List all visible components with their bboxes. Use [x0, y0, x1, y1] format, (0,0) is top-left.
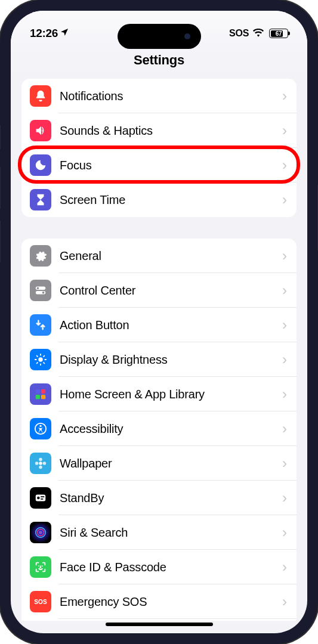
battery-indicator: 67	[268, 29, 288, 38]
row-notifications[interactable]: Notifications›	[21, 79, 297, 113]
row-label: Sounds & Haptics	[60, 124, 279, 138]
status-time: 12:26	[30, 27, 58, 40]
row-label: General	[60, 249, 279, 263]
volume-up-button	[0, 167, 1, 209]
hourglass-icon	[30, 189, 51, 210]
row-faceid[interactable]: Face ID & Passcode›	[21, 550, 297, 584]
svg-rect-6	[41, 389, 45, 394]
chevron-right-icon: ›	[282, 122, 287, 139]
row-focus[interactable]: Focus›	[21, 148, 297, 182]
sostext-icon: SOS	[30, 591, 51, 612]
faceid-icon	[30, 556, 51, 578]
row-label: Focus	[60, 159, 279, 172]
row-general[interactable]: General›	[21, 239, 297, 273]
settings-list[interactable]: Notifications›Sounds & Haptics›Focus›Scr…	[11, 79, 307, 621]
gear-icon	[30, 245, 51, 267]
chevron-right-icon: ›	[282, 593, 287, 610]
chevron-right-icon: ›	[282, 88, 287, 104]
svg-point-13	[39, 466, 42, 469]
sos-indicator: SOS	[229, 28, 249, 39]
siri-icon	[30, 522, 51, 543]
row-label: Display & Brightness	[60, 353, 279, 367]
row-label: Wallpaper	[60, 457, 279, 470]
row-display[interactable]: Display & Brightness›	[21, 342, 297, 377]
row-exposure[interactable]: Exposure Notifications›	[21, 619, 297, 621]
accessibility-icon	[30, 418, 51, 439]
svg-point-22	[39, 531, 42, 534]
chevron-right-icon: ›	[282, 317, 287, 333]
sun-icon	[30, 349, 51, 370]
location-icon	[60, 27, 69, 40]
volume-down-button	[0, 221, 1, 262]
svg-text:SOS: SOS	[34, 599, 47, 605]
chevron-right-icon: ›	[282, 157, 287, 174]
status-left: 12:26	[30, 27, 69, 40]
row-accessibility[interactable]: Accessibility›	[21, 411, 297, 446]
svg-point-24	[42, 565, 43, 566]
settings-group: Notifications›Sounds & Haptics›Focus›Scr…	[21, 79, 297, 217]
row-label: Face ID & Passcode	[60, 561, 279, 574]
svg-rect-18	[41, 496, 44, 497]
chevron-right-icon: ›	[282, 282, 287, 299]
svg-rect-8	[41, 395, 45, 399]
grid-icon	[30, 383, 51, 405]
ringer-switch	[0, 125, 1, 149]
row-label: Control Center	[60, 284, 279, 298]
svg-point-17	[37, 497, 40, 500]
screen: 12:26 SOS 67 Settings	[11, 11, 307, 633]
action-icon	[30, 314, 51, 336]
chevron-right-icon: ›	[282, 420, 287, 437]
svg-point-10	[39, 425, 41, 427]
row-sos[interactable]: SOSEmergency SOS›	[21, 584, 297, 619]
row-label: Notifications	[60, 89, 279, 103]
status-right: SOS 67	[229, 27, 288, 40]
nav-header: Settings	[11, 45, 307, 79]
switches-icon	[30, 280, 51, 301]
row-sounds[interactable]: Sounds & Haptics›	[21, 113, 297, 148]
svg-point-14	[35, 462, 39, 465]
row-label: Siri & Search	[60, 526, 279, 540]
chevron-right-icon: ›	[282, 351, 287, 368]
svg-rect-5	[36, 389, 40, 394]
chevron-right-icon: ›	[282, 524, 287, 541]
row-homescreen[interactable]: Home Screen & App Library›	[21, 377, 297, 411]
phone-frame: 12:26 SOS 67 Settings	[0, 0, 318, 644]
row-siri[interactable]: Siri & Search›	[21, 515, 297, 550]
flower-icon	[30, 453, 51, 474]
bell-icon	[30, 85, 51, 107]
wifi-icon	[253, 27, 264, 40]
svg-point-23	[38, 565, 39, 566]
chevron-right-icon: ›	[282, 490, 287, 506]
home-indicator[interactable]	[106, 623, 213, 626]
battery-percent: 67	[270, 29, 288, 38]
svg-point-3	[42, 292, 45, 294]
moon-icon	[30, 154, 51, 176]
speaker-icon	[30, 120, 51, 141]
chevron-right-icon: ›	[282, 247, 287, 264]
row-screentime[interactable]: Screen Time›	[21, 182, 297, 217]
svg-rect-19	[41, 499, 44, 500]
svg-point-4	[38, 357, 42, 361]
row-label: Accessibility	[60, 422, 279, 436]
row-wallpaper[interactable]: Wallpaper›	[21, 446, 297, 481]
row-controlcenter[interactable]: Control Center›	[21, 273, 297, 308]
chevron-right-icon: ›	[282, 191, 287, 208]
row-actionbutton[interactable]: Action Button›	[21, 308, 297, 342]
row-label: Screen Time	[60, 193, 279, 207]
page-title: Settings	[11, 52, 307, 68]
chevron-right-icon: ›	[282, 455, 287, 472]
chevron-right-icon: ›	[282, 386, 287, 402]
svg-point-12	[39, 458, 42, 462]
svg-point-11	[39, 462, 42, 465]
svg-point-15	[43, 462, 47, 465]
row-label: Emergency SOS	[60, 595, 279, 609]
standby-icon	[30, 487, 51, 509]
dynamic-island	[118, 24, 201, 49]
row-standby[interactable]: StandBy›	[21, 481, 297, 515]
row-label: StandBy	[60, 491, 279, 505]
chevron-right-icon: ›	[282, 559, 287, 575]
row-label: Action Button	[60, 318, 279, 332]
settings-group: General›Control Center›Action Button›Dis…	[21, 239, 297, 621]
row-label: Home Screen & App Library	[60, 388, 279, 401]
svg-point-2	[37, 287, 39, 290]
